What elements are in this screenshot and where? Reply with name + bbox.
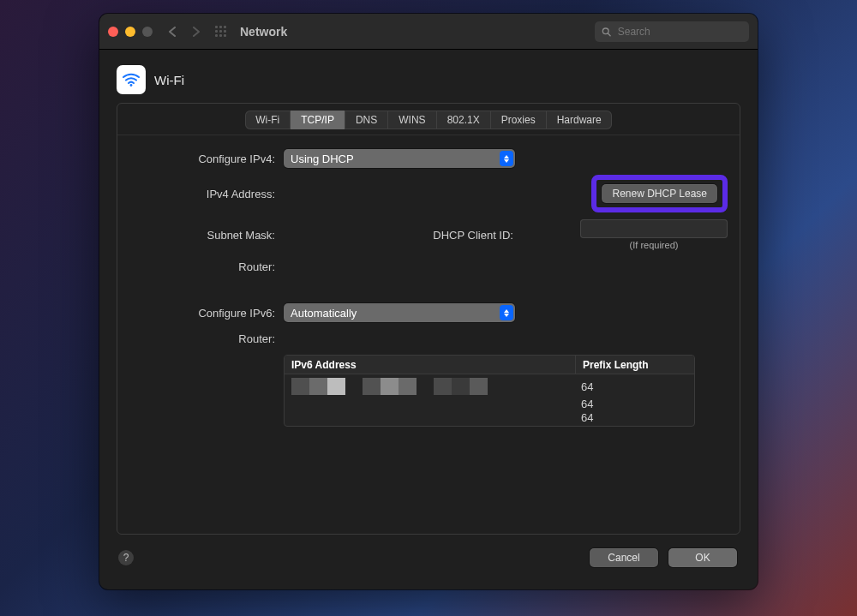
if-required-hint: (If required) <box>580 240 728 250</box>
svg-rect-8 <box>224 34 226 37</box>
tab-wins[interactable]: WINS <box>388 111 436 129</box>
svg-rect-4 <box>219 30 222 33</box>
configure-ipv4-label: Configure IPv4: <box>129 153 275 165</box>
svg-rect-2 <box>224 26 226 28</box>
search-input[interactable] <box>616 25 742 39</box>
back-button[interactable] <box>163 22 182 41</box>
up-down-arrows-icon <box>500 305 513 320</box>
tab-8021x[interactable]: 802.1X <box>437 111 491 129</box>
dhcp-client-id-input[interactable] <box>580 219 728 238</box>
tabs: Wi-Fi TCP/IP DNS WINS 802.1X Proxies Har… <box>245 111 611 129</box>
table-row[interactable]: 64 <box>291 395 687 412</box>
content: Wi-Fi Wi-Fi TCP/IP DNS WINS 802.1X Proxi… <box>99 50 758 589</box>
tab-tcpip[interactable]: TCP/IP <box>291 111 345 129</box>
svg-rect-3 <box>215 30 218 33</box>
window-title: Network <box>240 25 287 39</box>
table-row[interactable]: 64 <box>291 378 687 395</box>
table-row[interactable]: 64 <box>291 412 687 422</box>
search-icon <box>602 27 611 37</box>
svg-point-11 <box>130 84 133 87</box>
settings-panel: Wi-Fi TCP/IP DNS WINS 802.1X Proxies Har… <box>117 103 740 535</box>
table-header: IPv6 Address Prefix Length <box>285 356 694 374</box>
configure-ipv4-select[interactable]: Using DHCP <box>284 149 515 168</box>
forward-button[interactable] <box>187 22 206 41</box>
tab-hardware[interactable]: Hardware <box>547 111 612 129</box>
tab-wifi[interactable]: Wi-Fi <box>245 111 291 129</box>
cancel-button[interactable]: Cancel <box>590 548 658 567</box>
service-name: Wi-Fi <box>154 73 184 87</box>
prefix-length-value: 64 <box>581 380 687 393</box>
svg-rect-5 <box>224 30 226 33</box>
tcpip-form: Configure IPv4: Using DHCP IPv4 Address:… <box>117 142 740 434</box>
configure-ipv6-select[interactable]: Automatically <box>284 303 515 322</box>
tabbar: Wi-Fi TCP/IP DNS WINS 802.1X Proxies Har… <box>117 104 740 135</box>
maximize-window-icon[interactable] <box>142 27 153 37</box>
svg-line-10 <box>608 33 610 36</box>
svg-rect-1 <box>219 26 222 28</box>
col-ipv6-address[interactable]: IPv6 Address <box>285 356 576 374</box>
help-button[interactable]: ? <box>118 550 134 565</box>
window-controls <box>108 27 153 37</box>
search-field[interactable] <box>595 21 749 42</box>
table-body: 64 64 64 <box>285 374 694 426</box>
col-prefix-length[interactable]: Prefix Length <box>576 356 694 374</box>
svg-rect-7 <box>219 34 222 37</box>
router-label-ipv4: Router: <box>129 260 275 273</box>
up-down-arrows-icon <box>500 151 513 166</box>
ok-button[interactable]: OK <box>668 548 737 567</box>
svg-rect-6 <box>215 34 218 37</box>
ipv6-table: IPv6 Address Prefix Length <box>284 355 695 427</box>
configure-ipv4-value: Using DHCP <box>291 153 354 165</box>
configure-ipv6-value: Automatically <box>291 307 357 320</box>
apps-grid-icon[interactable] <box>214 25 228 39</box>
minimize-window-icon[interactable] <box>125 27 135 37</box>
footer: ? Cancel OK <box>117 548 740 577</box>
tab-proxies[interactable]: Proxies <box>491 111 547 129</box>
ipv4-address-label: IPv4 Address: <box>129 188 275 200</box>
service-header: Wi-Fi <box>117 65 740 94</box>
titlebar: Network <box>99 14 758 50</box>
ipv6-table-wrap: IPv6 Address Prefix Length <box>284 355 728 427</box>
dhcp-client-id-label: DHCP Client ID: <box>433 229 515 242</box>
network-preferences-window: Network Wi-Fi Wi-Fi TCP/IP DNS WINS 802.… <box>99 14 758 589</box>
prefix-length-value: 64 <box>581 398 687 410</box>
subnet-mask-label: Subnet Mask: <box>129 229 275 242</box>
wifi-icon <box>117 65 146 94</box>
highlight-ring: Renew DHCP Lease <box>591 175 728 212</box>
renew-dhcp-lease-button[interactable]: Renew DHCP Lease <box>602 184 717 203</box>
tab-dns[interactable]: DNS <box>345 111 388 129</box>
prefix-length-value: 64 <box>581 411 687 424</box>
divider <box>117 135 740 135</box>
close-window-icon[interactable] <box>108 27 118 37</box>
configure-ipv6-label: Configure IPv6: <box>129 307 275 320</box>
svg-rect-0 <box>215 26 218 28</box>
router-label-ipv6: Router: <box>129 332 275 345</box>
